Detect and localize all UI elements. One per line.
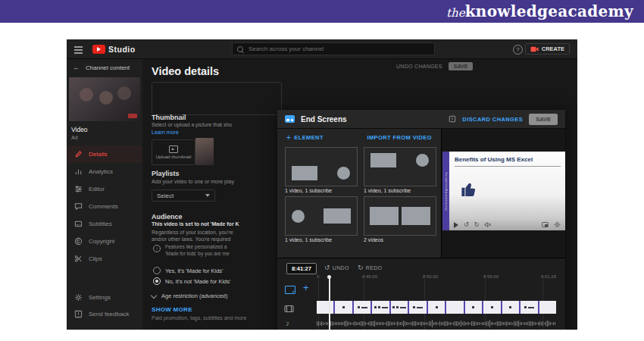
thumbnail-desc: Select or upload a picture that sho: [152, 122, 232, 127]
page-title: Video details: [152, 65, 219, 77]
play-icon[interactable]: [454, 222, 458, 228]
end-screen-track-icon: [285, 286, 295, 294]
film-segment: [370, 301, 389, 314]
film-segment: [352, 301, 370, 314]
playhead[interactable]: [329, 277, 330, 330]
sidebar-nav: DetailsAnalyticsEditorCommentsSubtitlesC…: [67, 145, 142, 267]
end-screens-title: End Screens: [301, 115, 442, 124]
search-input[interactable]: [247, 45, 430, 53]
settings-icon[interactable]: [554, 221, 561, 228]
help-icon[interactable]: ?: [513, 45, 523, 55]
learn-more-link[interactable]: Learn more: [152, 130, 179, 135]
details-footer-note: Paid promotion, tags, subtitles and more: [152, 315, 246, 321]
sidebar-footer: SettingsSend feedback: [67, 289, 142, 322]
show-more-link[interactable]: SHOW MORE: [152, 306, 192, 313]
current-time-field[interactable]: 8:41:27: [286, 263, 317, 274]
add-end-screen-element-button[interactable]: +: [303, 282, 309, 293]
brand-logo-rest: knowledgeacademy: [465, 2, 633, 20]
info-icon: i: [153, 245, 161, 252]
playlists-select[interactable]: Select: [152, 189, 215, 202]
forward-icon[interactable]: ↻: [474, 222, 480, 228]
undo-label: UNDO: [333, 265, 349, 271]
slide-watermark: theknowledgeacademy: [444, 172, 448, 210]
editor-icon: [74, 185, 83, 193]
brand-header: theknowledgeacademy: [0, 0, 644, 23]
radio-yes-label: Yes, it's 'Made for Kids': [165, 267, 224, 274]
thumbnail-heading: Thumbnail: [152, 114, 186, 121]
sidebar-video-subtitle: Ad: [71, 135, 78, 140]
upload-thumbnail-button[interactable]: Upload thumbnail: [152, 139, 195, 165]
channel-search[interactable]: [232, 42, 435, 55]
film-segment: [538, 301, 556, 314]
create-button[interactable]: CREATE: [525, 43, 570, 55]
sidebar: ← Channel content Video Ad DetailsAnalyt…: [67, 59, 142, 330]
film-segment: [427, 301, 445, 314]
import-from-video-button[interactable]: IMPORT FROM VIDEO: [367, 134, 432, 141]
ruler-tick-label: 8:45:00: [362, 274, 377, 279]
page-save-button[interactable]: SAVE: [449, 62, 474, 70]
undo-button[interactable]: ↺ UNDO: [324, 264, 349, 271]
studio-topbar: Studio ? CREATE: [67, 39, 577, 59]
brand-logo: theknowledgeacademy: [446, 4, 633, 19]
thumbs-up-image: [458, 177, 481, 200]
video-slide: Benefits of Using MS Excel ↺ ↻: [449, 152, 565, 230]
template-option-4[interactable]: [364, 196, 436, 236]
chevron-expand-icon: [151, 292, 157, 298]
sidebar-item-analytics[interactable]: Analytics: [67, 163, 142, 180]
brand-logo-the: the: [446, 6, 465, 20]
template-option-1[interactable]: [285, 147, 358, 186]
radio-made-for-kids-yes[interactable]: Yes, it's 'Made for Kids': [153, 267, 224, 274]
subscribe-element-shape: [337, 167, 350, 180]
studio-app-name[interactable]: Studio: [108, 45, 136, 54]
feedback-icon[interactable]: [449, 112, 456, 126]
sidebar-item-details[interactable]: Details: [67, 145, 142, 163]
title-input[interactable]: [152, 82, 282, 115]
template-label: 1 video, 1 subscribe: [285, 188, 332, 193]
radio-icon-unselected[interactable]: [153, 267, 161, 274]
playlists-heading: Playlists: [152, 170, 180, 177]
rewind-icon[interactable]: ↺: [464, 222, 469, 228]
clips-icon: [74, 255, 83, 263]
sidebar-item-editor[interactable]: Editor: [67, 180, 142, 198]
video-thumbnail[interactable]: [69, 77, 140, 121]
page-actions: UNDO CHANGES SAVE: [396, 62, 473, 70]
film-segment: [501, 301, 519, 314]
back-arrow-icon[interactable]: ←: [73, 64, 80, 71]
radio-icon-selected[interactable]: [153, 277, 161, 285]
thumbnail-option-image[interactable]: [195, 138, 214, 165]
undo-changes-button[interactable]: UNDO CHANGES: [396, 64, 442, 69]
video-preview-player[interactable]: theknowledgeacademy Benefits of Using MS…: [442, 152, 565, 230]
sidebar-item-comments[interactable]: Comments: [67, 198, 142, 215]
template-option-3[interactable]: [285, 196, 358, 236]
sidebar-video-title: Video: [71, 126, 88, 133]
video-filmstrip-track[interactable]: [317, 301, 556, 314]
template-option-2[interactable]: [364, 147, 436, 186]
sidebar-item-send-feedback[interactable]: Send feedback: [67, 305, 142, 322]
sidebar-item-settings[interactable]: Settings: [67, 289, 142, 305]
send-feedback-icon: [74, 310, 83, 318]
sidebar-item-clips[interactable]: Clips: [67, 250, 142, 267]
sidebar-item-subtitles[interactable]: Subtitles: [67, 215, 142, 233]
youtube-logo-icon[interactable]: [92, 45, 105, 54]
redo-button[interactable]: ↻ REDO: [358, 264, 382, 271]
template-label: 1 video, 1 subscribe: [285, 237, 332, 242]
film-segment: [464, 301, 482, 314]
radio-made-for-kids-no[interactable]: No, it's not 'Made for Kids': [153, 277, 230, 285]
volume-icon[interactable]: [484, 221, 491, 228]
save-button[interactable]: SAVE: [529, 114, 558, 125]
playlists-desc: Add your video to one or more play: [152, 179, 234, 184]
ruler-tick-label: 9:01:28: [541, 274, 556, 279]
sidebar-item-copyright[interactable]: Copyright: [67, 233, 142, 250]
audio-waveform-track[interactable]: [317, 316, 556, 330]
end-screen-icon: [285, 115, 295, 123]
discard-changes-button[interactable]: DISCARD CHANGES: [462, 116, 523, 123]
undo-icon: ↺: [324, 264, 330, 271]
redo-label: REDO: [366, 265, 382, 271]
copyright-icon: [74, 237, 83, 246]
add-element-button[interactable]: + ELEMENT: [286, 133, 324, 142]
age-restriction-row[interactable]: Age restriction (advanced): [152, 293, 228, 299]
slide-title: Benefits of Using MS Excel: [455, 156, 533, 163]
film-segment: [333, 301, 352, 314]
miniplayer-icon[interactable]: [542, 221, 549, 228]
menu-icon[interactable]: [74, 46, 83, 48]
